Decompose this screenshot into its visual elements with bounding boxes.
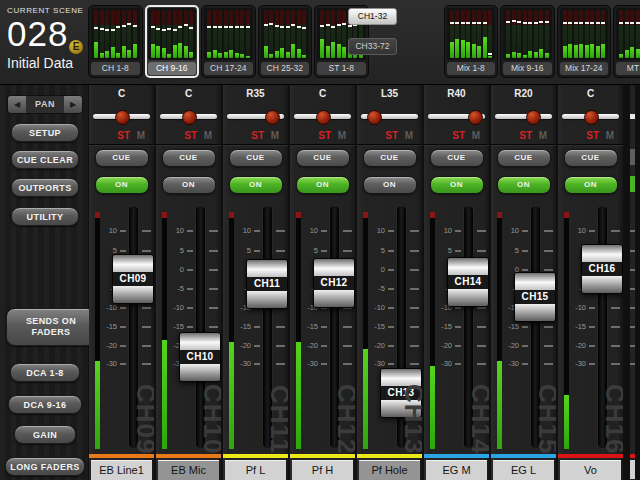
fader-scale-tick bbox=[343, 363, 352, 365]
fader-cap[interactable]: CH12 bbox=[313, 258, 355, 308]
channel-name[interactable]: Vo bbox=[560, 460, 621, 480]
meter-bank-tab[interactable]: CH 9-16 bbox=[145, 5, 200, 78]
meter-fill bbox=[579, 44, 583, 58]
channel-name[interactable]: EB Mic bbox=[158, 460, 219, 480]
pan-slider[interactable] bbox=[294, 109, 351, 123]
fader-cap-label: CH16 bbox=[582, 262, 622, 276]
on-button[interactable]: ON bbox=[497, 176, 551, 194]
channel-watermark: CH10 bbox=[203, 384, 221, 454]
channel-name[interactable]: Pf L bbox=[225, 460, 286, 480]
pan-slider[interactable] bbox=[361, 109, 418, 123]
pan-knob[interactable] bbox=[468, 110, 483, 125]
cue-button[interactable]: CUE bbox=[95, 149, 149, 167]
pan-slider[interactable] bbox=[160, 109, 217, 123]
cue-button[interactable]: CUE bbox=[497, 149, 551, 167]
pan-slider[interactable] bbox=[227, 109, 284, 123]
cue-button[interactable]: CUE bbox=[229, 149, 283, 167]
cue-button[interactable]: CUE bbox=[296, 149, 350, 167]
sidebar-button-dca-1-8[interactable]: DCA 1-8 bbox=[10, 363, 80, 382]
channel-name[interactable]: EB Line1 bbox=[91, 460, 152, 480]
cue-button[interactable]: CUE bbox=[162, 149, 216, 167]
fader-scale-tick bbox=[477, 250, 486, 252]
meter-fill bbox=[563, 46, 567, 58]
meter-bar bbox=[269, 10, 273, 58]
mono-assign-label: M bbox=[271, 130, 279, 141]
on-button[interactable]: ON bbox=[162, 176, 216, 194]
channel-name[interactable]: EG L bbox=[493, 460, 554, 480]
pan-slider[interactable] bbox=[495, 109, 552, 123]
pan-knob[interactable] bbox=[584, 110, 599, 125]
meter-fill bbox=[483, 37, 487, 58]
meter-fill bbox=[224, 52, 228, 58]
on-button[interactable]: ON bbox=[564, 176, 618, 194]
channel-name[interactable]: EG M bbox=[426, 460, 487, 480]
pan-prev-button[interactable]: ◀ bbox=[8, 96, 26, 113]
sidebar-button-setup[interactable]: SETUP bbox=[11, 123, 79, 142]
pan-slider[interactable] bbox=[428, 109, 485, 123]
sidebar-button-long-faders[interactable]: LONG FADERS bbox=[5, 457, 85, 476]
channel-name[interactable]: Pf H bbox=[292, 460, 353, 480]
on-button[interactable]: ON bbox=[229, 176, 283, 194]
fader-scale-label: 10 bbox=[434, 226, 452, 235]
fader-cap[interactable]: CH10 bbox=[179, 332, 221, 382]
sidebar-button-cue-clear[interactable]: CUE CLEAR bbox=[11, 150, 79, 169]
sidebar-button-outports[interactable]: OUTPORTS bbox=[11, 178, 79, 197]
pan-mode-label[interactable]: PAN bbox=[26, 96, 64, 113]
cue-button[interactable]: CUE bbox=[430, 149, 484, 167]
fader-cap[interactable]: CH14 bbox=[447, 257, 489, 307]
cue-button[interactable]: CUE bbox=[363, 149, 417, 167]
fader-scale-tick bbox=[142, 363, 151, 365]
meter-fill bbox=[167, 54, 171, 58]
meter-bar bbox=[246, 10, 250, 58]
on-button[interactable]: ON bbox=[95, 176, 149, 194]
meter-bank-tab[interactable]: CH 17-24 bbox=[201, 5, 256, 78]
fader-cap-bottom bbox=[314, 290, 354, 307]
channel-watermark: CH14 bbox=[471, 384, 489, 454]
sidebar-button-utility[interactable]: UTILITY bbox=[11, 207, 79, 226]
pan-knob[interactable] bbox=[316, 110, 331, 125]
fader-scale-tick bbox=[589, 230, 595, 232]
on-button[interactable]: ON bbox=[430, 176, 484, 194]
bank-button-ch33-72[interactable]: CH33-72 bbox=[348, 38, 397, 55]
fader-scale-tick bbox=[410, 288, 419, 290]
fader-cap[interactable]: CH15 bbox=[514, 272, 556, 322]
fader-position-mark bbox=[286, 26, 290, 28]
pan-knob[interactable] bbox=[115, 110, 130, 125]
meter-bar bbox=[545, 10, 549, 58]
fader-cap[interactable]: CH09 bbox=[112, 254, 154, 304]
on-button[interactable]: ON bbox=[296, 176, 350, 194]
sidebar-button-sends-on-faders[interactable]: SENDS ON FADERS bbox=[6, 308, 96, 346]
fader-cap-top bbox=[515, 273, 555, 290]
meter-bank-tab[interactable]: Mix 17-24 bbox=[557, 5, 612, 78]
meter-bank-tab[interactable]: CH 1-8 bbox=[88, 5, 143, 78]
fader-scale-tick bbox=[343, 230, 352, 232]
on-button[interactable]: ON bbox=[363, 176, 417, 194]
sidebar-button-gain[interactable]: GAIN bbox=[14, 425, 76, 444]
pan-knob[interactable] bbox=[182, 110, 197, 125]
pan-knob[interactable] bbox=[265, 110, 280, 125]
stereo-assign-label: ST bbox=[117, 130, 130, 141]
channel-color bbox=[558, 454, 623, 458]
fader-scale-tick bbox=[544, 230, 553, 232]
bank-button-ch1-32[interactable]: CH1-32 bbox=[348, 8, 397, 25]
fader-scale-tick bbox=[321, 363, 327, 365]
pan-next-button[interactable]: ▶ bbox=[64, 96, 82, 113]
sidebar-button-dca-9-16[interactable]: DCA 9-16 bbox=[8, 395, 82, 414]
channel-name[interactable]: Pf Hole bbox=[359, 460, 420, 480]
fader-cap[interactable]: CH16 bbox=[581, 244, 623, 294]
meter-bank-tab[interactable]: Mix 1-8 bbox=[444, 5, 499, 78]
meter-bank-tab[interactable]: MT 1-8 bbox=[613, 5, 640, 78]
next-strip-partial bbox=[630, 85, 635, 480]
fader-scale-tick bbox=[477, 230, 486, 232]
fader-position-mark bbox=[297, 26, 301, 28]
cue-button[interactable]: CUE bbox=[564, 149, 618, 167]
fader-position-mark bbox=[545, 21, 549, 23]
pan-slider[interactable] bbox=[562, 109, 619, 123]
meter-bank-tab[interactable]: CH 25-32 bbox=[258, 5, 313, 78]
meter-bank-tab[interactable]: Mix 9-16 bbox=[500, 5, 555, 78]
pan-knob[interactable] bbox=[526, 110, 541, 125]
fader-cap[interactable]: CH11 bbox=[246, 259, 288, 309]
fader-scale-label: 10 bbox=[99, 226, 117, 235]
pan-knob[interactable] bbox=[367, 110, 382, 125]
pan-slider[interactable] bbox=[93, 109, 150, 123]
